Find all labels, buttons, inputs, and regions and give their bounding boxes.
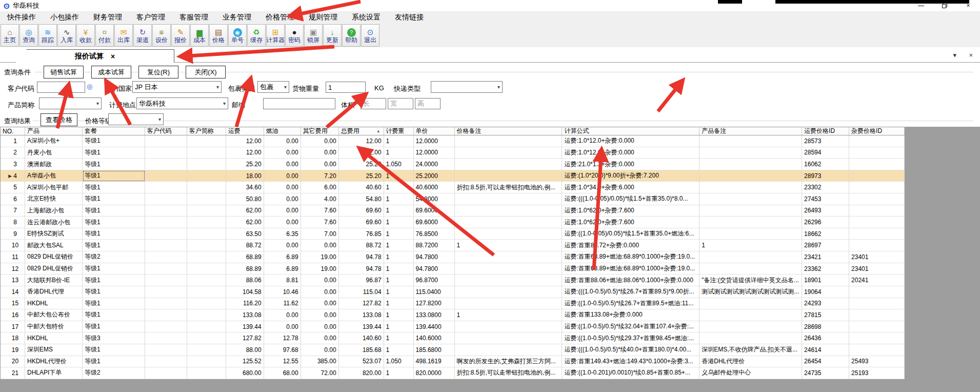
cell-价格备注[interactable] [455, 193, 563, 205]
cell-总费用[interactable]: 185.68 [339, 344, 384, 356]
table-row[interactable]: 9E特快SZ测试等级163.506.357.0076.85176.8500运费:… [1, 228, 905, 240]
cell-燃油[interactable]: 0.00 [264, 309, 301, 321]
cell-运费[interactable]: 68.89 [226, 263, 264, 275]
menu-item-2[interactable]: 财务管理 [86, 11, 129, 24]
cell-计费重[interactable]: 1 [384, 228, 414, 240]
cell-总费用[interactable]: 94.78 [339, 251, 384, 263]
cell-客户代码[interactable] [145, 332, 187, 344]
cell-运费价格ID[interactable]: 23362 [802, 263, 849, 275]
cell-杂费价格ID[interactable] [849, 309, 905, 321]
cell-燃油[interactable]: 0.00 [264, 205, 301, 217]
cell-计费重[interactable]: 1.050 [384, 159, 414, 170]
cell-产品[interactable]: 香港DHL代理 [25, 286, 83, 298]
cell-运费价格ID[interactable]: 28973 [802, 170, 849, 182]
cell-价格备注[interactable]: 折扣:8.5折,可以走带钮扣电池的,例... [455, 182, 563, 193]
tab-close-icon[interactable]: × [111, 52, 115, 61]
set-price-button[interactable]: ≡设价 [152, 24, 171, 47]
cell-计费重[interactable]: 1 [384, 275, 414, 286]
cell-客户代码[interactable] [145, 356, 187, 368]
cell-价格备注[interactable] [455, 332, 563, 344]
cell-价格备注[interactable] [455, 159, 563, 170]
cell-燃油[interactable]: 0.00 [264, 135, 301, 147]
cell-其它费用[interactable]: 0.00 [301, 344, 339, 356]
column-header-5[interactable]: 运费 [226, 127, 264, 135]
cell-客户代码[interactable] [145, 170, 187, 182]
cell-套餐[interactable]: 等级1 [83, 286, 145, 298]
cell-总费用[interactable]: 76.85 [339, 228, 384, 240]
cell-套餐[interactable]: 等级2 [83, 251, 145, 263]
cell-客户简称[interactable] [187, 182, 226, 193]
cell-总费用[interactable]: 40.60 [339, 182, 384, 193]
cell-产品[interactable]: HKDHL [25, 298, 83, 310]
cell-产品备注[interactable]: 1 [699, 240, 802, 251]
cell-客户简称[interactable] [187, 170, 226, 182]
password-button[interactable]: ●密码 [285, 24, 304, 47]
cell-产品备注[interactable] [699, 135, 802, 147]
cell-NO.[interactable]: 10 [1, 240, 25, 251]
cell-套餐[interactable]: 等级1 [83, 275, 145, 286]
cell-总费用[interactable]: 127.82 [339, 298, 384, 310]
menu-item-1[interactable]: 小包操作 [43, 11, 86, 24]
cell-产品[interactable]: 中邮大包公布价 [25, 309, 83, 321]
column-header-15[interactable]: 杂费价格ID [849, 127, 905, 135]
cell-总费用[interactable]: 140.60 [339, 332, 384, 344]
volume-length-input[interactable]: 长 [361, 98, 386, 109]
cell-运费[interactable]: 139.44 [226, 321, 264, 333]
cell-套餐[interactable]: 等级1 [83, 356, 145, 368]
search-button[interactable]: ◎查询 [19, 24, 38, 47]
cell-运费价格ID[interactable]: 28697 [802, 240, 849, 251]
cell-单价[interactable]: 12.0000 [414, 135, 455, 147]
table-row[interactable]: 6北京E特快等级150.800.004.0054.80154.8000运费:((… [1, 193, 905, 205]
cell-总费用[interactable]: 12.00 [339, 147, 384, 159]
cell-运费[interactable]: 18.00 [226, 170, 264, 182]
cell-价格备注[interactable] [455, 228, 563, 240]
cell-价格备注[interactable] [455, 275, 563, 286]
cell-客户简称[interactable] [187, 193, 226, 205]
cell-套餐[interactable]: 等级1 [83, 147, 145, 159]
cell-NO.[interactable]: 20 [1, 356, 25, 368]
cell-计算公式[interactable]: 运费:首重133.08+杂费:0.000 [562, 309, 699, 321]
cell-NO.[interactable]: 21 [1, 367, 25, 379]
cell-产品[interactable]: 北京E特快 [25, 193, 83, 205]
cell-价格备注[interactable] [455, 344, 563, 356]
cell-产品备注[interactable]: 义乌邮件处理中心 [699, 367, 802, 379]
column-header-6[interactable]: 燃油 [264, 127, 301, 135]
cell-产品备注[interactable] [699, 159, 802, 170]
menu-item-5[interactable]: 业务管理 [215, 11, 258, 24]
cell-燃油[interactable]: 0.00 [264, 182, 301, 193]
cell-其它费用[interactable]: 0.00 [301, 286, 339, 298]
channel-button[interactable]: ↻渠道 [133, 24, 152, 47]
cell-运费价格ID[interactable]: 27453 [802, 193, 849, 205]
cell-其它费用[interactable]: 7.60 [301, 205, 339, 217]
cell-总费用[interactable]: 54.80 [339, 193, 384, 205]
cell-客户代码[interactable] [145, 298, 187, 310]
cell-计算公式[interactable]: 运费:21.0*1.2+杂费:0.000 [562, 159, 699, 170]
cell-燃油[interactable]: 8.81 [264, 275, 301, 286]
cell-杂费价格ID[interactable] [849, 147, 905, 159]
cell-单价[interactable]: 96.8700 [414, 275, 455, 286]
cell-客户简称[interactable] [187, 205, 226, 217]
cell-杂费价格ID[interactable] [849, 205, 905, 217]
cost-button[interactable]: ▆成本 [190, 24, 209, 47]
cell-计费重[interactable]: 1 [384, 205, 414, 217]
table-row[interactable]: 5A深圳小包平邮等级134.600.006.0040.60140.6000折扣:… [1, 182, 905, 193]
cell-运费[interactable]: 88.72 [226, 240, 264, 251]
pay-button[interactable]: ¤付款 [95, 24, 114, 47]
cell-燃油[interactable]: 68.00 [264, 367, 301, 379]
cell-运费价格ID[interactable]: 27815 [802, 309, 849, 321]
cell-燃油[interactable]: 0.00 [264, 170, 301, 182]
cell-客户代码[interactable] [145, 286, 187, 298]
price-level-select[interactable]: ▾ [108, 113, 164, 125]
cell-运费价格ID[interactable]: 26296 [802, 217, 849, 228]
cell-客户代码[interactable] [145, 275, 187, 286]
cell-产品备注[interactable] [699, 170, 802, 182]
tab-list-chevron-icon[interactable]: ▾ [953, 51, 956, 59]
cell-NO.[interactable]: 8 [1, 217, 25, 228]
update-button[interactable]: ↓更新 [323, 24, 342, 47]
table-row[interactable]: 2丹麦小包等级112.000.000.0012.00112.0000运费:1.0… [1, 147, 905, 159]
cell-单价[interactable]: 94.7800 [414, 263, 455, 275]
cell-套餐[interactable]: 等级1 [83, 240, 145, 251]
cell-燃油[interactable]: 10.46 [264, 286, 301, 298]
cell-杂费价格ID[interactable]: 23401 [849, 251, 905, 263]
cell-客户代码[interactable] [145, 309, 187, 321]
